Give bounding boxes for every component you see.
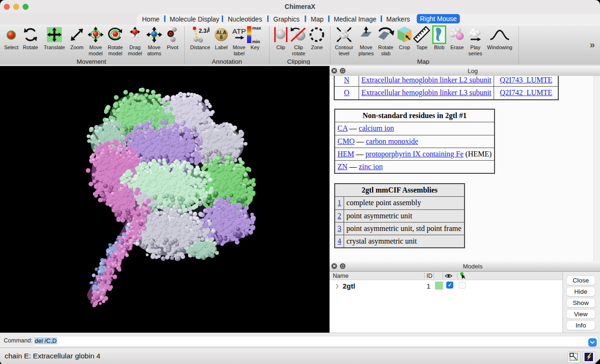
svg-text:min: min xyxy=(252,39,260,44)
svg-text:max: max xyxy=(252,25,262,30)
